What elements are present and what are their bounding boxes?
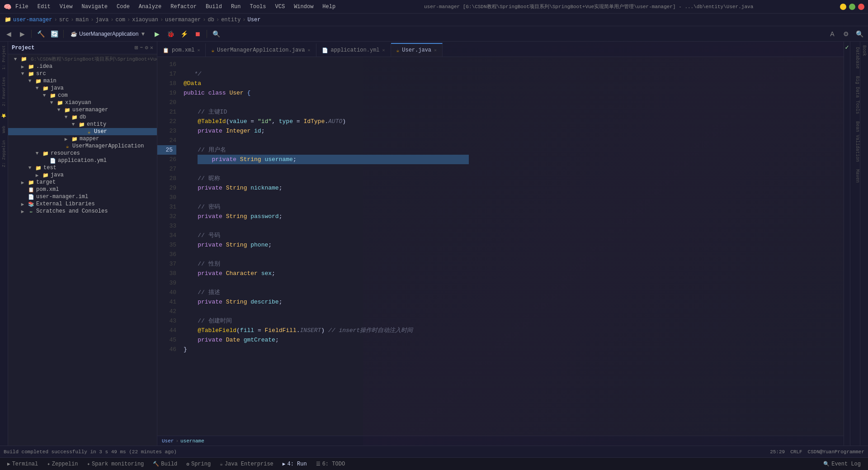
tree-item-entity[interactable]: ▼ 📁 entity xyxy=(8,121,157,128)
build-button[interactable]: 🔨 xyxy=(35,28,47,40)
bc-entity[interactable]: entity xyxy=(221,17,241,23)
panel-close-icon[interactable]: ✕ xyxy=(150,44,153,51)
minimize-button[interactable] xyxy=(840,4,846,10)
menu-build[interactable]: Build xyxy=(204,3,224,11)
menu-file[interactable]: File xyxy=(14,3,30,11)
run-with-coverage-button[interactable]: ⚡ xyxy=(178,28,190,40)
database-panel-tab[interactable]: Database xyxy=(851,43,860,72)
structure-tool-tab[interactable]: ⭐ xyxy=(2,110,6,122)
bc-com[interactable]: com xyxy=(115,17,125,23)
settings-button[interactable]: ⚙ xyxy=(840,28,852,40)
zeppelin-button[interactable]: ✦ Zeppelin xyxy=(43,460,81,468)
menu-help[interactable]: Help xyxy=(321,3,337,11)
bc-main[interactable]: main xyxy=(75,17,89,23)
bc-user-file[interactable]: User xyxy=(162,438,174,444)
tree-item-idea[interactable]: ▶ 📁 .idea xyxy=(8,63,157,70)
debug-button[interactable]: 🐞 xyxy=(165,28,176,40)
tree-item-java[interactable]: ▼ 📁 java xyxy=(8,85,157,92)
bc-xiaoyuan[interactable]: xiaoyuan xyxy=(132,17,158,23)
tree-item-iml[interactable]: 📄 user-manager.iml xyxy=(8,193,157,200)
tree-item-userapp[interactable]: ☕ UserManagerApplication xyxy=(8,142,157,150)
bc-user[interactable]: User xyxy=(248,17,261,23)
tree-item-scratches[interactable]: ▶ ✏️ Scratches and Consoles xyxy=(8,208,157,215)
bc-username-field[interactable]: username xyxy=(180,438,204,444)
bigdata-panel-tab[interactable]: Big Data Tools xyxy=(851,72,860,118)
font-size-button[interactable]: A xyxy=(826,28,838,40)
tree-item-user[interactable]: ☕ User xyxy=(8,128,157,135)
tree-item-com[interactable]: ▼ 📁 com xyxy=(8,92,157,99)
menu-code[interactable]: Code xyxy=(115,3,132,11)
search-everywhere-button[interactable]: 🔍 xyxy=(854,28,865,40)
tab-user[interactable]: ☕ User.java ✕ xyxy=(391,43,443,57)
tree-item-extlibs[interactable]: ▶ 📚 External Libraries xyxy=(8,200,157,208)
menu-bar[interactable]: File Edit View Navigate Code Analyze Ref… xyxy=(14,3,337,11)
window-controls[interactable] xyxy=(840,4,864,10)
run-button[interactable]: ▶ xyxy=(151,28,163,40)
spring-icon: ✿ xyxy=(186,461,189,467)
menu-refactor[interactable]: Refactor xyxy=(169,3,198,11)
panel-collapse-icon[interactable]: – xyxy=(140,44,143,51)
bookmarks-panel-tab[interactable]: Book xyxy=(862,42,867,60)
menu-vcs[interactable]: VCS xyxy=(274,3,287,11)
bc-db[interactable]: db xyxy=(208,17,214,23)
spring-button[interactable]: ✿ Spring xyxy=(183,460,214,468)
tree-item-applicationyml[interactable]: 📄 application.yml xyxy=(8,157,157,164)
tree-item-main[interactable]: ▼ 📁 main xyxy=(8,77,157,85)
tree-item-test[interactable]: ▼ 📁 test xyxy=(8,164,157,171)
tab-close-button[interactable]: ✕ xyxy=(382,47,385,53)
java-enterprise-button[interactable]: ☕ Java Enterprise xyxy=(216,460,277,468)
menu-tools[interactable]: Tools xyxy=(248,3,268,11)
maven-panel-tab[interactable]: Maven xyxy=(851,166,860,186)
folder-icon: 📁 xyxy=(42,151,49,157)
menu-view[interactable]: View xyxy=(58,3,75,11)
zeppelin-tool-tab[interactable]: Z: Zeppelin xyxy=(2,137,6,171)
sync-button[interactable]: 🔄 xyxy=(48,28,60,40)
tree-item-xiaoyuan[interactable]: ▼ 📁 xiaoyuan xyxy=(8,99,157,106)
run-config-button[interactable]: ☕ UserManagerApplication ▼ xyxy=(67,28,149,40)
bc-java[interactable]: java xyxy=(95,17,108,23)
code-editor[interactable]: 16 17 18 19 20 21 22 23 24 25 26 27 28 2… xyxy=(157,57,844,436)
panel-expand-icon[interactable]: ⊞ xyxy=(135,44,138,51)
tree-item-java-test[interactable]: ▶ 📁 java xyxy=(8,171,157,179)
menu-run[interactable]: Run xyxy=(229,3,243,11)
tab-applicationyml[interactable]: 📄 application.yml ✕ xyxy=(316,43,391,57)
tab-close-button[interactable]: ✕ xyxy=(308,47,311,53)
tree-item-usermanager[interactable]: ▼ 📁 usermanager xyxy=(8,106,157,114)
menu-navigate[interactable]: Navigate xyxy=(80,3,109,11)
run-panel-button[interactable]: ▶ 4: Run xyxy=(279,460,311,468)
bc-root[interactable]: user-manager xyxy=(13,17,52,23)
maximize-button[interactable] xyxy=(849,4,855,10)
tree-item-target[interactable]: ▶ 📁 target xyxy=(8,179,157,186)
tree-item-pom[interactable]: 📋 pom.xml xyxy=(8,186,157,193)
event-log-button[interactable]: 🔍 Event Log xyxy=(820,460,864,468)
tree-root[interactable]: ▼ 📁 user-manager G:\CSDN教程\SpringBoot项目系… xyxy=(8,55,157,63)
panel-settings-icon[interactable]: ⚙ xyxy=(145,44,148,51)
tree-item-resources[interactable]: ▼ 📁 resources xyxy=(8,150,157,157)
tab-close-button[interactable]: ✕ xyxy=(197,47,200,53)
tree-item-mapper[interactable]: ▶ 📁 mapper xyxy=(8,135,157,142)
terminal-button[interactable]: ▶ Terminal xyxy=(4,460,42,468)
todo-button[interactable]: ☰ 6: TODO xyxy=(312,460,349,468)
code-content[interactable]: */ @Data public class User { // 主键ID @Ta… xyxy=(180,57,844,436)
tab-close-button[interactable]: ✕ xyxy=(434,47,437,53)
tree-item-src[interactable]: ▼ 📁 src xyxy=(8,70,157,77)
bc-usermanager[interactable]: usermanager xyxy=(165,17,201,23)
close-button[interactable] xyxy=(858,4,864,10)
stop-button[interactable]: ⏹ xyxy=(192,28,203,40)
tab-pom[interactable]: 📋 pom.xml ✕ xyxy=(157,43,206,57)
favorites-tool-tab[interactable]: 2: Favorites xyxy=(2,73,6,110)
bc-src[interactable]: src xyxy=(59,17,69,23)
tab-usermanagerapp[interactable]: ☕ UserManagerApplication.java ✕ xyxy=(206,43,316,57)
build-panel-button[interactable]: 🔨 Build xyxy=(149,460,181,468)
forward-button[interactable]: ▶ xyxy=(16,28,28,40)
back-button[interactable]: ◀ xyxy=(3,28,14,40)
web-tool-tab[interactable]: Web xyxy=(2,122,6,137)
menu-edit[interactable]: Edit xyxy=(36,3,52,11)
menu-analyze[interactable]: Analyze xyxy=(137,3,163,11)
spark-monitoring-button[interactable]: ✦ Spark monitoring xyxy=(83,460,147,468)
project-tool-tab[interactable]: 1: Project xyxy=(2,42,6,73)
menu-window[interactable]: Window xyxy=(292,3,315,11)
tree-item-db[interactable]: ▼ 📁 db xyxy=(8,114,157,121)
bean-validation-panel-tab[interactable]: Bean Validation xyxy=(851,118,860,166)
find-button[interactable]: 🔍 xyxy=(210,28,222,40)
